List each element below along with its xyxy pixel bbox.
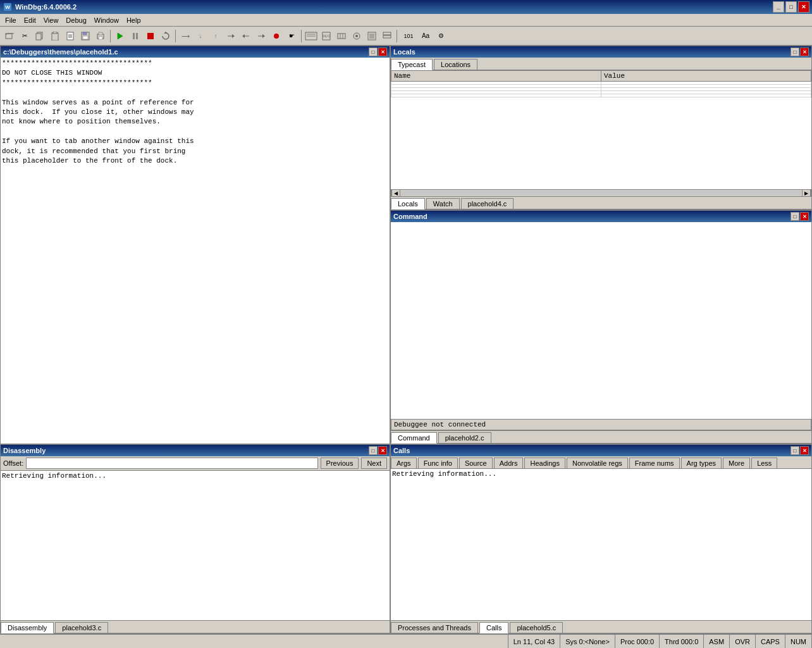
calls-tab-source[interactable]: Source: [459, 458, 493, 468]
offset-input[interactable]: [26, 458, 317, 469]
locals-bottom-tab-bar: Locals Watch placehold4.c: [391, 197, 811, 209]
tab-watch[interactable]: Watch: [426, 198, 460, 209]
toolbar-stepover-btn[interactable]: ⟶: [178, 29, 192, 43]
calls-tab-more[interactable]: More: [723, 458, 750, 468]
toolbar-paste-btn[interactable]: [48, 29, 62, 43]
top-row: c:\Debuggers\themes\placehold1.c □ ✕ ***…: [0, 46, 812, 444]
source-close-button[interactable]: ✕: [378, 47, 387, 56]
source-maximize-button[interactable]: □: [369, 47, 378, 56]
svg-rect-15: [99, 32, 102, 35]
toolbar-runtocursor-btn[interactable]: [224, 29, 238, 43]
toolbar-open-btn[interactable]: [3, 29, 16, 43]
calls-tab-nonvolatile[interactable]: Nonvolatile regs: [567, 458, 628, 468]
menu-debug[interactable]: Debug: [62, 15, 90, 25]
toolbar-restart-btn[interactable]: [159, 29, 173, 43]
minimize-button[interactable]: _: [773, 1, 784, 13]
calls-panel-title: Calls: [393, 447, 790, 454]
toolbar-stepout-btn[interactable]: ↑: [209, 29, 223, 43]
toolbar-mem-btn[interactable]: [335, 29, 348, 43]
svg-rect-13: [83, 36, 88, 39]
toolbar-101-btn[interactable]: 101: [400, 29, 417, 43]
toolbar-stepback-btn[interactable]: [239, 29, 253, 43]
close-button[interactable]: ✕: [798, 1, 809, 13]
menu-help[interactable]: Help: [123, 15, 145, 25]
toolbar-print-btn[interactable]: [94, 29, 108, 43]
table-row: [391, 94, 811, 97]
tab-locals[interactable]: Locals: [391, 198, 425, 209]
scroll-right-btn[interactable]: ▶: [802, 189, 811, 197]
calls-tab-less[interactable]: Less: [751, 458, 777, 468]
svg-rect-20: [147, 33, 154, 39]
scroll-track[interactable]: [401, 190, 801, 196]
status-sys: Sys 0:<None>: [560, 635, 615, 648]
toolbar-locals-btn[interactable]: [365, 29, 379, 43]
calls-bottom-tab-bar: Processes and Threads Calls placehold5.c: [391, 620, 811, 633]
toolbar-cut-btn[interactable]: ✂: [18, 29, 32, 43]
locals-close-button[interactable]: ✕: [800, 47, 809, 56]
tab-command[interactable]: Command: [391, 432, 437, 444]
svg-marker-21: [164, 32, 168, 34]
calls-tab-framenums[interactable]: Frame nums: [629, 458, 680, 468]
svg-rect-12: [83, 32, 87, 35]
menu-view[interactable]: View: [40, 15, 63, 25]
locals-col-value: Value: [601, 71, 811, 82]
calls-content: Retrieving information...: [391, 469, 811, 620]
svg-rect-16: [99, 37, 102, 39]
toolbar-new-btn[interactable]: [63, 29, 77, 43]
tab-calls[interactable]: Calls: [479, 622, 508, 633]
toolbar-font-btn[interactable]: Aa: [419, 29, 433, 43]
toolbar-bp-btn[interactable]: [269, 29, 283, 43]
toolbar-save-btn[interactable]: [78, 29, 92, 43]
tab-locations[interactable]: Locations: [434, 59, 477, 70]
command-close-button[interactable]: ✕: [800, 212, 809, 221]
menu-file[interactable]: File: [1, 15, 20, 25]
toolbar-sep3: [301, 30, 302, 42]
disassembly-close-button[interactable]: ✕: [378, 446, 387, 455]
svg-text:↑: ↑: [214, 33, 218, 39]
calls-tab-addrs[interactable]: Addrs: [494, 458, 524, 468]
svg-rect-18: [133, 33, 135, 39]
svg-rect-42: [368, 32, 376, 40]
toolbar-hand-btn[interactable]: ☛: [285, 29, 298, 43]
previous-button[interactable]: Previous: [321, 458, 359, 469]
maximize-button[interactable]: □: [785, 1, 797, 13]
svg-text:W: W: [5, 4, 10, 10]
toolbar-calls-btn[interactable]: [380, 29, 394, 43]
locals-maximize-button[interactable]: □: [790, 47, 799, 56]
disassembly-maximize-button[interactable]: □: [369, 446, 378, 455]
tab-placehold3[interactable]: placehold3.c: [55, 622, 108, 633]
tab-placehold5[interactable]: placehold5.c: [510, 622, 563, 633]
locals-scrollbar[interactable]: ◀ ▶: [391, 189, 811, 197]
calls-tab-argtypes[interactable]: Arg types: [681, 458, 722, 468]
tab-placehold4[interactable]: placehold4.c: [461, 198, 514, 209]
menu-window[interactable]: Window: [90, 15, 123, 25]
toolbar-stepfwd-btn[interactable]: [254, 29, 268, 43]
calls-close-button[interactable]: ✕: [800, 446, 809, 455]
calls-maximize-button[interactable]: □: [790, 446, 799, 455]
toolbar-stepinto-btn[interactable]: ↓: [194, 29, 207, 43]
toolbar-reg-btn[interactable]: REG: [319, 29, 333, 43]
tab-disassembly[interactable]: Disassembly: [1, 622, 54, 633]
next-button[interactable]: Next: [361, 458, 387, 469]
calls-tab-headings[interactable]: Headings: [524, 458, 565, 468]
toolbar-copy-btn[interactable]: [33, 29, 47, 43]
svg-rect-37: [338, 34, 345, 39]
tab-placehold2[interactable]: placehold2.c: [438, 432, 491, 443]
command-maximize-button[interactable]: □: [790, 212, 799, 221]
toolbar-options-btn[interactable]: ⚙: [434, 29, 448, 43]
scroll-left-btn[interactable]: ◀: [391, 189, 400, 197]
disassembly-content: Retrieving information...: [1, 471, 390, 620]
svg-point-31: [274, 34, 279, 39]
command-content[interactable]: [391, 222, 811, 419]
toolbar-break-btn[interactable]: [128, 29, 142, 43]
calls-tab-funcinfo[interactable]: Func info: [418, 458, 458, 468]
locals-panel-title: Locals: [393, 48, 790, 56]
toolbar-stop-btn[interactable]: [144, 29, 157, 43]
tab-processes-threads[interactable]: Processes and Threads: [391, 622, 478, 633]
calls-tab-args[interactable]: Args: [391, 458, 417, 468]
toolbar-go-btn[interactable]: [113, 29, 127, 43]
tab-typecast[interactable]: Typecast: [391, 59, 433, 70]
toolbar-src-btn[interactable]: [304, 29, 318, 43]
toolbar-watch-btn[interactable]: [350, 29, 364, 43]
menu-edit[interactable]: Edit: [20, 15, 40, 25]
